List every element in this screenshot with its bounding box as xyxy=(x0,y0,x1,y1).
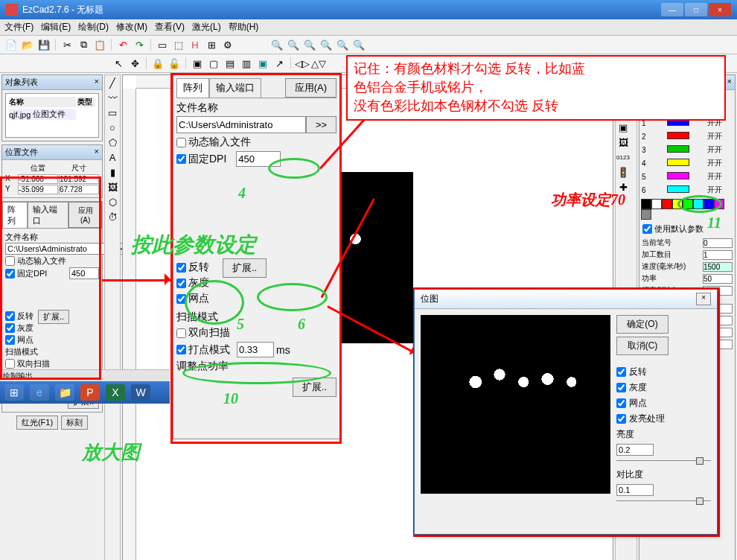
select-icon[interactable]: ▭ xyxy=(156,38,169,51)
halftone-check-zoom[interactable] xyxy=(176,294,186,304)
dynamic-input-check[interactable] xyxy=(5,256,15,266)
dialog-close-icon[interactable]: × xyxy=(696,293,711,305)
menu-edit[interactable]: 编辑(E) xyxy=(41,21,71,34)
contrast-slider[interactable] xyxy=(616,500,711,501)
array-icon[interactable]: ⊞ xyxy=(205,38,218,51)
y-pos-input[interactable] xyxy=(18,185,58,194)
apply-button-zoom[interactable]: 应用(A) xyxy=(285,78,336,98)
expand-button-sm[interactable]: 扩展.. xyxy=(38,310,69,324)
invert-check-sm[interactable] xyxy=(5,311,15,321)
apply-button[interactable]: 应用(A) xyxy=(68,202,102,228)
excel-icon[interactable]: X xyxy=(106,384,125,401)
gray-check-sm[interactable] xyxy=(5,323,15,333)
maximize-button[interactable]: □ xyxy=(685,3,707,16)
menu-help[interactable]: 帮助(H) xyxy=(229,21,259,34)
swatch[interactable] xyxy=(672,199,683,209)
freehand-icon[interactable]: ↗ xyxy=(272,57,286,70)
swatch[interactable] xyxy=(693,199,704,209)
line-icon[interactable]: ╱ xyxy=(106,76,119,89)
panel-close-icon[interactable]: × xyxy=(727,77,732,88)
close-button[interactable]: × xyxy=(709,3,731,16)
undo-icon[interactable]: ↶ xyxy=(116,38,130,51)
explorer-icon[interactable]: 📁 xyxy=(55,384,74,401)
zoom-in-icon[interactable]: 🔍 xyxy=(270,38,284,51)
dot-val-zoom[interactable] xyxy=(237,342,274,357)
dlg-invert-check[interactable] xyxy=(616,367,626,377)
panel-close-icon[interactable]: × xyxy=(95,147,99,158)
pen-input[interactable] xyxy=(703,238,733,248)
layer-icon[interactable]: ▣ xyxy=(616,121,630,134)
file-path-input[interactable] xyxy=(5,243,112,255)
swatch[interactable] xyxy=(641,209,651,220)
brightness-slider[interactable] xyxy=(616,460,711,461)
pick-icon[interactable]: ⬚ xyxy=(172,38,185,51)
curve-icon[interactable]: 〰 xyxy=(106,91,119,104)
distribute-icon[interactable]: ▥ xyxy=(240,57,253,70)
invert-check-zoom[interactable] xyxy=(176,263,186,273)
browse-button-zoom[interactable]: >> xyxy=(306,116,336,133)
gray-check-zoom[interactable] xyxy=(176,279,186,288)
speed-input[interactable] xyxy=(703,262,733,272)
brightness-input[interactable] xyxy=(616,444,654,456)
hatch-icon[interactable]: H xyxy=(188,38,202,51)
traffic-icon[interactable]: 🚦 xyxy=(616,165,630,179)
ok-button[interactable]: 确定(O) xyxy=(616,315,669,334)
word-icon[interactable]: W xyxy=(131,384,150,401)
cancel-button[interactable]: 取消(C) xyxy=(616,337,669,355)
rect-icon[interactable]: ▭ xyxy=(106,106,119,119)
expand2-button-zoom[interactable]: 扩展.. xyxy=(293,378,336,397)
paste-icon[interactable]: 📋 xyxy=(93,38,106,51)
x-pos-input[interactable] xyxy=(18,174,58,184)
new-icon[interactable]: 📄 xyxy=(4,38,18,51)
zoom-out-icon[interactable]: 🔍 xyxy=(287,38,300,51)
pointer-icon[interactable]: ↖ xyxy=(112,57,125,70)
bidir-check-zoom[interactable] xyxy=(176,328,186,338)
save-icon[interactable]: 💾 xyxy=(37,38,51,51)
unlock-icon[interactable]: 🔓 xyxy=(168,57,181,70)
selection-icon[interactable]: ▣ xyxy=(256,57,269,70)
menu-view[interactable]: 查看(V) xyxy=(155,21,185,34)
dpi-input[interactable] xyxy=(69,267,99,279)
pen-row[interactable]: 2开开 xyxy=(641,130,733,142)
x-size-input[interactable] xyxy=(59,174,99,184)
group-icon[interactable]: ▣ xyxy=(191,57,204,70)
dlg-brighten-check[interactable] xyxy=(616,414,626,424)
circle-icon[interactable]: ○ xyxy=(106,121,119,134)
image-icon[interactable]: 🖼 xyxy=(106,180,119,194)
ungroup-icon[interactable]: ▢ xyxy=(207,57,220,70)
vector-icon[interactable]: ⬡ xyxy=(106,195,119,209)
dlg-halftone-check[interactable] xyxy=(616,398,626,408)
swatch[interactable] xyxy=(641,199,651,209)
tab-input-port[interactable]: 输入端口 xyxy=(28,202,68,228)
power-input[interactable] xyxy=(703,274,733,284)
halftone-check-sm[interactable] xyxy=(5,335,15,345)
timer-icon[interactable]: ⏱ xyxy=(106,210,119,223)
count-input[interactable] xyxy=(703,250,733,260)
minimize-button[interactable]: — xyxy=(661,3,683,16)
nums-icon[interactable]: 0123 xyxy=(616,150,630,164)
lock-icon[interactable]: 🔒 xyxy=(151,57,165,70)
dpi-input-zoom[interactable] xyxy=(236,151,281,167)
bidir-check-sm[interactable] xyxy=(5,359,15,369)
swatch[interactable] xyxy=(704,199,714,209)
swatch[interactable] xyxy=(683,199,693,209)
use-default-check[interactable] xyxy=(642,224,652,234)
pic-icon[interactable]: 🖼 xyxy=(616,136,630,149)
menu-modify[interactable]: 修改(M) xyxy=(116,21,147,34)
swatch[interactable] xyxy=(651,199,662,209)
menu-laser[interactable]: 激光(L) xyxy=(192,21,221,34)
tab-input-port-zoom[interactable]: 输入端口 xyxy=(209,78,261,98)
swatch[interactable] xyxy=(714,199,724,209)
swatch[interactable] xyxy=(662,199,672,209)
zoom-all-icon[interactable]: 🔍 xyxy=(319,38,333,51)
pen-row[interactable]: 6开开 xyxy=(641,184,733,196)
pen-row[interactable]: 5开开 xyxy=(641,171,733,182)
fixed-dpi-check[interactable] xyxy=(5,269,15,279)
dot-mode-check-zoom[interactable] xyxy=(176,345,186,354)
powerpoint-icon[interactable]: P xyxy=(80,384,100,401)
zoom-window-icon[interactable]: 🔍 xyxy=(303,38,316,51)
handle-icon[interactable]: ✥ xyxy=(128,57,141,70)
tab-array[interactable]: 阵列 xyxy=(2,202,28,228)
dynamic-input-check-zoom[interactable] xyxy=(176,138,186,147)
menu-draw[interactable]: 绘制(D) xyxy=(78,21,109,34)
